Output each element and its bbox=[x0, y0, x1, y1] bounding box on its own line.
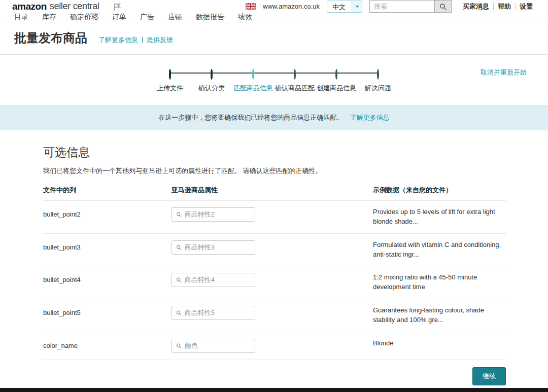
bottom-strip bbox=[0, 388, 548, 392]
amazon-seller-central-logo[interactable]: amazon seller centraleurope bbox=[12, 2, 99, 11]
header-language-value: 中文 bbox=[327, 1, 352, 12]
uk-flag-icon bbox=[246, 3, 256, 10]
settings-link[interactable]: 设置 bbox=[516, 2, 537, 11]
top-bar: amazon seller centraleurope www.amazon.c… bbox=[0, 0, 548, 13]
search-icon bbox=[176, 343, 182, 349]
attribute-select-field[interactable] bbox=[172, 306, 255, 320]
attribute-search-input[interactable] bbox=[185, 276, 251, 284]
file-column-name: bullet_point4 bbox=[43, 273, 172, 292]
attribute-select-field[interactable] bbox=[172, 240, 255, 255]
continue-button[interactable]: 继续 bbox=[472, 367, 506, 385]
search-icon bbox=[176, 211, 182, 218]
attribute-search-input[interactable] bbox=[185, 211, 251, 219]
sample-data: Guarantees long-lasting colour, shade st… bbox=[373, 306, 506, 325]
table-row: bullet_point4 1:2 mixing ratio with a 45… bbox=[43, 266, 506, 299]
marketplace-url[interactable]: www.amazon.co.uk bbox=[263, 3, 320, 10]
table-row: bullet_point2 Provides up to 5 levels of… bbox=[43, 200, 506, 233]
banner-text: 在这一步骤中，您将要确保我们已经将您的商品信息正确匹配。 bbox=[158, 114, 343, 121]
mapping-table: 文件中的列 亚马逊商品属性 示例数据（来自您的文件） bullet_point2… bbox=[43, 186, 506, 360]
column-header-attribute: 亚马逊商品属性 bbox=[172, 186, 373, 195]
divider bbox=[142, 37, 143, 43]
section-title: 可选信息 bbox=[43, 145, 506, 160]
attribute-search-input[interactable] bbox=[185, 342, 251, 349]
step-dot-upcoming bbox=[335, 69, 337, 80]
amazon-logo-text: amazon bbox=[12, 2, 47, 11]
info-banner: 在这一步骤中，您将要确保我们已经将您的商品信息正确匹配。 了解更多信息 bbox=[0, 105, 548, 130]
sample-data: Provides up to 5 levels of lift for extr… bbox=[373, 207, 506, 227]
attribute-select-field[interactable] bbox=[172, 339, 255, 353]
table-row: bullet_point3 Formulated with vitamin C … bbox=[43, 233, 506, 266]
attribute-select-field[interactable] bbox=[172, 207, 255, 222]
chevron-down-icon bbox=[352, 1, 362, 12]
step-dot-upcoming bbox=[377, 69, 379, 80]
main-nav: 目录 库存 确定价格 订单 广告 店铺 数据报告 绩效 bbox=[0, 13, 548, 22]
step-dot-complete bbox=[211, 69, 213, 80]
nav-item-catalog[interactable]: 目录 bbox=[14, 13, 28, 22]
search-button[interactable] bbox=[434, 0, 452, 13]
step-dot-current bbox=[252, 69, 254, 80]
learn-more-link[interactable]: 了解更多信息 bbox=[98, 35, 138, 45]
search-icon bbox=[176, 310, 182, 316]
flag-pennant-icon[interactable] bbox=[113, 3, 122, 12]
main-content: 可选信息 我们已将您文件中的一个其他列与亚马逊上可选的属性进行了匹配。 请确认这… bbox=[0, 130, 548, 385]
search-icon bbox=[439, 3, 447, 10]
help-link[interactable]: 帮助 bbox=[494, 2, 515, 11]
table-row: bullet_point5 Guarantees long-lasting co… bbox=[43, 299, 506, 332]
nav-item-advertising[interactable]: 广告 bbox=[140, 13, 154, 22]
column-header-sample: 示例数据（来自您的文件） bbox=[373, 186, 506, 195]
nav-item-stores[interactable]: 店铺 bbox=[168, 13, 182, 22]
sample-data: Blonde bbox=[373, 339, 506, 353]
step-confirm-matches: 确认商品匹配 bbox=[274, 70, 316, 93]
file-column-name: color_name bbox=[43, 339, 172, 353]
buyer-messages-link[interactable]: 买家消息 bbox=[459, 2, 493, 11]
nav-item-reports[interactable]: 数据报告 bbox=[196, 13, 224, 22]
step-confirm-category: 确认分类 bbox=[191, 70, 232, 93]
table-header-row: 文件中的列 亚马逊商品属性 示例数据（来自您的文件） bbox=[43, 186, 506, 200]
step-dot-complete bbox=[169, 69, 171, 80]
attribute-select-field[interactable] bbox=[172, 273, 255, 287]
table-row: color_name Blonde bbox=[43, 332, 506, 360]
file-column-name: bullet_point5 bbox=[43, 306, 172, 325]
page-title: 批量发布商品 bbox=[14, 30, 87, 46]
file-column-name: bullet_point3 bbox=[43, 240, 172, 260]
step-resolve-issues: 解决问题 bbox=[357, 70, 399, 93]
top-links: 买家消息 帮助 设置 bbox=[459, 2, 537, 11]
attribute-search-input[interactable] bbox=[185, 243, 251, 251]
progress-stepper-section: 上传文件 确认分类 匹配商品信息 确认商品匹配 创建商品信息 解决问题 bbox=[0, 55, 548, 105]
column-header-file: 文件中的列 bbox=[43, 186, 172, 195]
cancel-restart-link[interactable]: 取消并重新开始 bbox=[481, 68, 527, 77]
nav-item-performance[interactable]: 绩效 bbox=[238, 13, 252, 22]
progress-stepper: 上传文件 确认分类 匹配商品信息 确认商品匹配 创建商品信息 解决问题 bbox=[149, 70, 399, 93]
step-match-product-info: 匹配商品信息 bbox=[232, 70, 274, 93]
step-create-product-info: 创建商品信息 bbox=[316, 70, 357, 93]
provide-feedback-link[interactable]: 提供反馈 bbox=[147, 35, 173, 45]
search-icon bbox=[176, 277, 182, 283]
attribute-search-input[interactable] bbox=[185, 309, 251, 317]
page: amazon seller centraleurope www.amazon.c… bbox=[0, 0, 548, 392]
logo-region-label: europe bbox=[86, 12, 99, 16]
banner-learn-more-link[interactable]: 了解更多信息 bbox=[350, 114, 390, 121]
section-description: 我们已将您文件中的一个其他列与亚马逊上可选的属性进行了匹配。 请确认这些匹配的正… bbox=[43, 166, 506, 175]
search-input[interactable] bbox=[369, 0, 434, 13]
header-search bbox=[369, 0, 452, 13]
step-dot-upcoming bbox=[294, 69, 296, 80]
sample-data: Formulated with vitamin C and conditioni… bbox=[373, 240, 506, 260]
page-title-row: 批量发布商品 了解更多信息 提供反馈 bbox=[0, 22, 548, 55]
step-upload-file: 上传文件 bbox=[149, 70, 191, 93]
file-column-name: bullet_point2 bbox=[43, 207, 172, 227]
header-language-select[interactable]: 中文 bbox=[327, 1, 362, 13]
search-icon bbox=[176, 244, 182, 251]
sample-data: 1:2 mixing ratio with a 45-50 minute dev… bbox=[373, 273, 506, 292]
seller-central-logo-text: seller centraleurope bbox=[50, 2, 99, 11]
nav-item-inventory[interactable]: 库存 bbox=[42, 13, 56, 22]
nav-item-orders[interactable]: 订单 bbox=[112, 13, 126, 22]
